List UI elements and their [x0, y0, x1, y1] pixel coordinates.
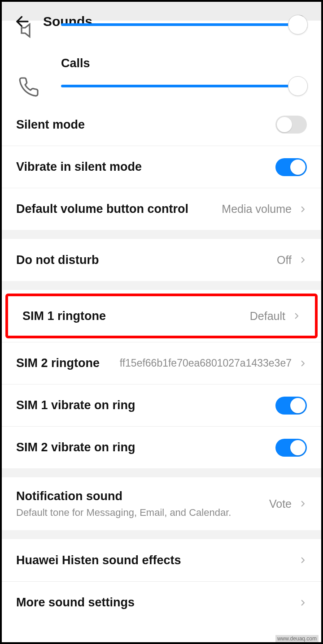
section-gap [2, 468, 321, 477]
sim1-vibrate-toggle[interactable] [275, 397, 307, 415]
vibrate-silent-toggle[interactable] [275, 158, 307, 176]
notification-sound-value: Vote [269, 497, 292, 510]
do-not-disturb-row[interactable]: Do not disturb Off [2, 239, 321, 281]
slider-thumb[interactable] [288, 76, 308, 96]
sim2-vibrate-row[interactable]: SIM 2 vibrate on ring [2, 426, 321, 468]
histen-row[interactable]: Huawei Histen sound effects [2, 539, 321, 581]
vibrate-silent-row[interactable]: Vibrate in silent mode [2, 146, 321, 188]
slider-thumb[interactable] [288, 15, 308, 35]
dnd-label: Do not disturb [16, 253, 99, 267]
notification-sound-subtitle: Default tone for Messaging, Email, and C… [16, 507, 231, 519]
more-sound-settings-row[interactable]: More sound settings [2, 581, 321, 623]
dnd-value: Off [277, 254, 292, 267]
phone-icon [18, 76, 39, 98]
histen-label: Huawei Histen sound effects [16, 553, 181, 567]
silent-mode-label: Silent mode [16, 118, 85, 132]
default-volume-button-value: Media volume [222, 203, 292, 216]
silent-mode-row[interactable]: Silent mode [2, 104, 321, 146]
sim2-ringtone-label: SIM 2 ringtone [16, 356, 100, 370]
sim1-ringtone-highlight: SIM 1 ringtone Default [5, 294, 318, 338]
chevron-right-icon [292, 310, 301, 322]
sim2-ringtone-value: ff15ef66b1fe70ea6801027a1433e3e7 [120, 357, 292, 369]
silent-mode-toggle[interactable] [275, 116, 307, 134]
chevron-right-icon [299, 554, 307, 566]
speaker-icon [18, 20, 39, 41]
sim1-ringtone-row[interactable]: SIM 1 ringtone Default [8, 296, 315, 336]
default-volume-button-row[interactable]: Default volume button control Media volu… [2, 188, 321, 230]
watermark: www.deuaq.com [275, 635, 319, 642]
chevron-right-icon [299, 596, 307, 609]
sim2-vibrate-label: SIM 2 vibrate on ring [16, 441, 135, 454]
section-gap [2, 530, 321, 539]
more-sound-label: More sound settings [16, 596, 135, 609]
chevron-right-icon [299, 497, 307, 510]
calls-label: Calls [61, 56, 307, 70]
vibrate-silent-label: Vibrate in silent mode [16, 160, 142, 174]
calls-volume-row: Calls [2, 54, 321, 104]
notification-sound-label: Notification sound [16, 489, 231, 503]
chevron-right-icon [299, 357, 307, 370]
volume-icon [16, 18, 41, 43]
calls-slider[interactable] [61, 85, 298, 87]
notification-sound-row[interactable]: Notification sound Default tone for Mess… [2, 477, 321, 530]
volume-slider[interactable] [61, 23, 298, 26]
sim1-vibrate-row[interactable]: SIM 1 vibrate on ring [2, 384, 321, 426]
section-gap [2, 281, 321, 290]
sim2-vibrate-toggle[interactable] [275, 439, 307, 457]
chevron-right-icon [299, 254, 307, 266]
sim1-ringtone-value: Default [250, 310, 285, 323]
section-gap [2, 230, 321, 239]
sim2-ringtone-row[interactable]: SIM 2 ringtone ff15ef66b1fe70ea6801027a1… [2, 342, 321, 384]
sim1-vibrate-label: SIM 1 vibrate on ring [16, 398, 135, 412]
sim1-ringtone-label: SIM 1 ringtone [22, 309, 106, 323]
phone-icon [16, 74, 41, 99]
chevron-right-icon [299, 203, 307, 216]
default-volume-button-label: Default volume button control [16, 202, 188, 216]
